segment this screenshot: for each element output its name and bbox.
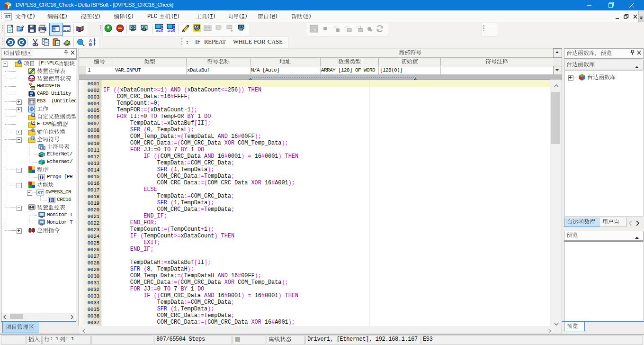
svg-text:?: ? [80, 27, 83, 31]
svg-text:B: B [89, 42, 92, 46]
svg-text:ST: ST [37, 190, 43, 195]
